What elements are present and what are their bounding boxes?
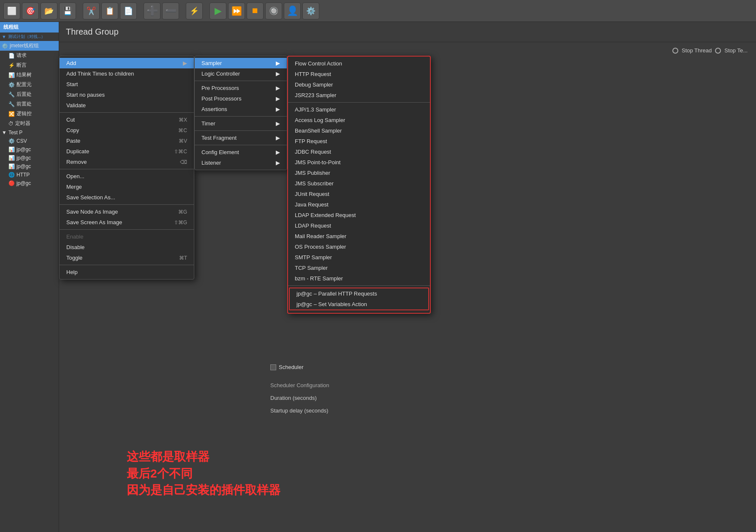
menu-item-disable[interactable]: Disable	[60, 242, 194, 252]
paste-shortcut: ⌘V	[179, 138, 187, 144]
menu-item-duplicate[interactable]: Duplicate ⇧⌘C	[60, 146, 194, 157]
start-button[interactable]: ▶	[209, 3, 226, 19]
reset-button[interactable]: 🔘	[265, 3, 282, 19]
submenu-assertions[interactable]: Assertions ▶	[195, 104, 287, 114]
menu-item-cut[interactable]: Cut ⌘X	[60, 114, 194, 125]
tree-item-jpgc1[interactable]: 📊 jp@gc	[0, 145, 59, 154]
scheduler-checkbox[interactable]	[270, 364, 276, 370]
tree-item-config[interactable]: ⚙️ 配置元	[0, 80, 59, 90]
menu-item-paste[interactable]: Paste ⌘V	[60, 136, 194, 146]
sampler-java-request[interactable]: Java Request	[288, 199, 430, 210]
tree-item-jpgc4[interactable]: 🔴 jp@gc	[0, 179, 59, 187]
sampler-tcp[interactable]: TCP Sampler	[288, 263, 430, 273]
menu-item-start[interactable]: Start	[60, 79, 194, 90]
tree-item-preprocessor[interactable]: 🔧 前置处	[0, 99, 59, 109]
menu-item-think-times[interactable]: Add Think Times to children	[60, 68, 194, 79]
sampler-flow-control[interactable]: Flow Control Action	[288, 58, 430, 69]
submenu-post-processors[interactable]: Post Processors ▶	[195, 93, 287, 104]
tree-item-csv[interactable]: ⚙️ CSV	[0, 137, 59, 145]
sub-sep1	[195, 81, 287, 81]
submenu-test-fragment[interactable]: Test Fragment ▶	[195, 133, 287, 143]
menu-item-remove[interactable]: Remove ⌫	[60, 157, 194, 167]
tree-item-jmeter[interactable]: ⚙️ jmeter线程组	[0, 41, 59, 51]
sampler-jms-subscriber[interactable]: JMS Subscriber	[288, 178, 430, 189]
sampler-jdbc[interactable]: JDBC Request	[288, 147, 430, 157]
sampler-jsr223[interactable]: JSR223 Sampler	[288, 90, 430, 100]
sampler-ldap-extended[interactable]: LDAP Extended Request	[288, 210, 430, 220]
submenu-pre-processors[interactable]: Pre Processors ▶	[195, 83, 287, 93]
menu-item-open[interactable]: Open...	[60, 171, 194, 182]
cut-button[interactable]: ✂️	[83, 3, 100, 19]
menu-item-merge[interactable]: Merge	[60, 182, 194, 192]
sampler-ajp[interactable]: AJP/1.3 Sampler	[288, 104, 430, 115]
save-button[interactable]: 💾	[59, 3, 76, 19]
tree-item-testp[interactable]: ▼ Test P	[0, 128, 59, 137]
submenu-config-element[interactable]: Config Element ▶	[195, 147, 287, 157]
sampler-ftp[interactable]: FTP Request	[288, 136, 430, 147]
tree-header-label: 线程组	[3, 24, 19, 30]
submenu-logic-controller[interactable]: Logic Controller ▶	[195, 68, 287, 79]
menu-item-copy[interactable]: Copy ⌘C	[60, 125, 194, 136]
clear-button[interactable]: ⚡	[186, 3, 203, 19]
sampler-jpgc-parallel[interactable]: jp@gc – Parallel HTTP Requests	[290, 288, 428, 299]
sampler-os-process[interactable]: OS Process Sampler	[288, 242, 430, 252]
add-button[interactable]: ➕	[144, 3, 160, 19]
stop-test-radio[interactable]	[715, 48, 721, 54]
post-processors-label: Post Processors	[201, 95, 242, 102]
new-button[interactable]: ⬜	[3, 3, 20, 19]
sampler-beanshell[interactable]: BeanShell Sampler	[288, 125, 430, 136]
sampler-list: Flow Control Action HTTP Request Debug S…	[287, 56, 431, 314]
sampler-ldap[interactable]: LDAP Request	[288, 220, 430, 231]
copy-button[interactable]: 📋	[101, 3, 118, 19]
sampler-junit[interactable]: JUnit Request	[288, 189, 430, 199]
settings-button[interactable]: 👤	[284, 3, 301, 19]
sampler-debug[interactable]: Debug Sampler	[288, 79, 430, 90]
template-button[interactable]: 🎯	[22, 3, 39, 19]
settings-icon: ⚙️	[2, 43, 8, 49]
save-node-label: Save Node As Image	[66, 209, 118, 215]
merge-label: Merge	[66, 184, 82, 190]
tree-item-timer[interactable]: ⏱ 定时器	[0, 119, 59, 128]
stop-button[interactable]: ⏹	[247, 3, 264, 19]
start-nopause-button[interactable]: ⏩	[228, 3, 245, 19]
remove-button[interactable]: ➖	[162, 3, 179, 19]
sampler-smtp[interactable]: SMTP Sampler	[288, 252, 430, 263]
sampler-jpgc-set-vars[interactable]: jp@gc – Set Variables Action	[290, 299, 428, 309]
open-button[interactable]: 📂	[41, 3, 57, 19]
menu-item-save-selection[interactable]: Save Selection As...	[60, 192, 194, 203]
sampler-jms-publisher[interactable]: JMS Publisher	[288, 168, 430, 178]
tree-item-jpgc3[interactable]: 📊 jp@gc	[0, 162, 59, 171]
paste-button[interactable]: 📄	[120, 3, 137, 19]
arrow-icon7: ▶	[276, 135, 280, 141]
tree-item-request[interactable]: 📄 请求	[0, 51, 59, 60]
sampler-http-request[interactable]: HTTP Request	[288, 69, 430, 79]
tree-item-http[interactable]: 🌐 HTTP	[0, 171, 59, 179]
menu-item-start-no-pauses[interactable]: Start no pauses	[60, 90, 194, 100]
sampler-mail-reader[interactable]: Mail Reader Sampler	[288, 231, 430, 242]
menu-item-add[interactable]: Add ▶	[60, 58, 194, 68]
tree-item-logic[interactable]: 🔀 逻辑控	[0, 109, 59, 119]
tree-item-assertion[interactable]: ⚡ 断言	[0, 60, 59, 70]
stop-thread-radio[interactable]	[672, 48, 678, 54]
menu-item-help[interactable]: Help	[60, 267, 194, 277]
sampler-bzm-rte[interactable]: bzm - RTE Sampler	[288, 273, 430, 284]
arrow-icon: ▶	[183, 60, 187, 66]
menu-item-save-screen-image[interactable]: Save Screen As Image ⇧⌘G	[60, 217, 194, 228]
chevron-icon2: ▼	[2, 130, 7, 136]
menu-item-validate[interactable]: Validate	[60, 100, 194, 111]
sampler-jms-p2p[interactable]: JMS Point-to-Point	[288, 157, 430, 168]
assertions-label: Assertions	[201, 106, 227, 112]
tree-item-results[interactable]: 📊 结果树	[0, 70, 59, 80]
tree-item-testplan[interactable]: ▼ 测试计划（对线...）	[0, 33, 59, 41]
scheduler-section: Scheduler	[270, 363, 304, 372]
tree-item-jpgc2[interactable]: 📊 jp@gc	[0, 154, 59, 162]
submenu-timer[interactable]: Timer ▶	[195, 118, 287, 129]
sampler-access-log[interactable]: Access Log Sampler	[288, 115, 430, 125]
tree-item-postprocessor[interactable]: 🔧 后置处	[0, 90, 59, 99]
menu-item-toggle[interactable]: Toggle ⌘T	[60, 252, 194, 263]
settings2-button[interactable]: ⚙️	[302, 3, 319, 19]
submenu-listener[interactable]: Listener ▶	[195, 157, 287, 168]
menu-item-save-node-image[interactable]: Save Node As Image ⌘G	[60, 206, 194, 217]
submenu-sampler[interactable]: Sampler ▶	[195, 58, 287, 68]
toggle-shortcut: ⌘T	[179, 255, 187, 261]
